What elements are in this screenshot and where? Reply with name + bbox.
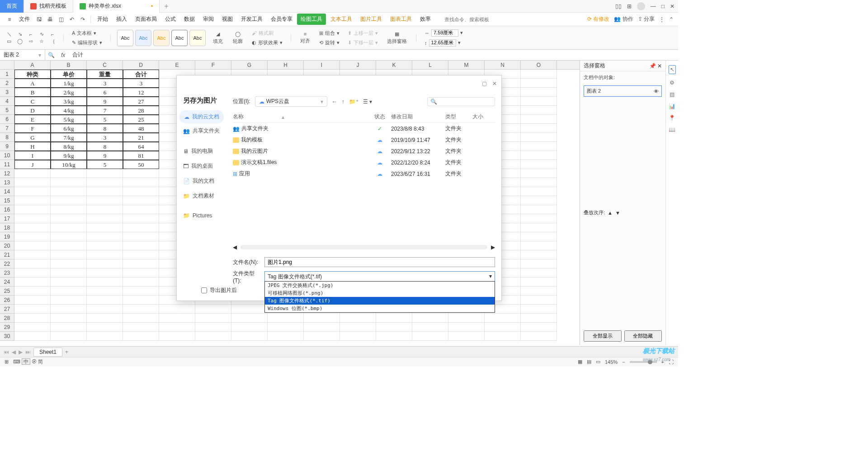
cell[interactable] [521, 287, 557, 296]
row-header[interactable]: 4 [0, 97, 14, 106]
export-after-checkbox[interactable] [201, 287, 207, 293]
name-box[interactable]: 图表 2▾ [0, 50, 45, 60]
menu-layout[interactable]: 页面布局 [132, 14, 160, 25]
cell[interactable]: C [14, 97, 51, 106]
cell[interactable] [51, 323, 87, 332]
cell[interactable] [123, 241, 159, 250]
zoom-out-icon[interactable]: − [622, 359, 625, 365]
cell[interactable] [521, 178, 557, 187]
col-type[interactable]: 类型 [445, 113, 472, 121]
cell[interactable]: 单价 [51, 70, 87, 79]
cell[interactable] [376, 314, 412, 323]
cell[interactable] [87, 305, 123, 314]
cell[interactable] [87, 323, 123, 332]
col-date[interactable]: 修改日期 [391, 113, 445, 121]
nav-back-icon[interactable]: ← [332, 99, 337, 105]
cell[interactable] [376, 332, 412, 341]
cell[interactable] [448, 332, 485, 341]
align-btn[interactable]: ≡对齐 [297, 31, 313, 44]
selectpane-btn[interactable]: ▦选择窗格 [384, 31, 410, 45]
cell[interactable] [87, 205, 123, 214]
menu-draw[interactable]: 绘图工具 [297, 14, 326, 25]
cursor-icon[interactable]: ↖ [669, 65, 676, 74]
sheet-nav-first[interactable]: ⏮ [4, 349, 9, 355]
cell[interactable] [521, 250, 557, 259]
brace-shape[interactable]: ｛ [48, 38, 57, 45]
cell[interactable] [14, 250, 51, 259]
cell[interactable] [412, 314, 448, 323]
order-up-icon[interactable]: ▲ [608, 210, 613, 216]
cell[interactable]: 81 [123, 151, 159, 160]
row-header[interactable]: 27 [0, 305, 14, 314]
row-header[interactable]: 30 [0, 332, 14, 341]
cell[interactable]: 50 [123, 160, 159, 169]
cell[interactable] [14, 232, 51, 241]
sheet-nav-next[interactable]: ▶ [19, 349, 23, 355]
avatar-icon[interactable] [637, 2, 645, 10]
cell[interactable] [123, 287, 159, 296]
rotate-btn[interactable]: ⟲ 旋转 ▾ [317, 38, 341, 47]
cell[interactable] [376, 323, 412, 332]
cell[interactable] [123, 323, 159, 332]
menu-efficiency[interactable]: 效率 [416, 14, 434, 25]
cell[interactable] [51, 296, 87, 305]
cell[interactable] [340, 314, 376, 323]
cell[interactable] [123, 169, 159, 178]
cell[interactable] [123, 223, 159, 232]
cell[interactable]: 28 [123, 106, 159, 115]
cell[interactable] [123, 332, 159, 341]
cell[interactable]: 2/kg [51, 88, 87, 97]
cell[interactable] [14, 223, 51, 232]
cell[interactable]: 5 [87, 160, 123, 169]
menu-text[interactable]: 文本工具 [327, 14, 356, 25]
row-header[interactable]: 15 [0, 196, 14, 205]
cell[interactable] [521, 133, 557, 142]
view-page-icon[interactable]: ▤ [587, 359, 591, 365]
sheet-nav-prev[interactable]: ◀ [12, 349, 16, 355]
filename-input[interactable] [264, 257, 495, 267]
side-desktop[interactable]: 🗔我的桌面 [177, 159, 226, 174]
cell[interactable]: 重量 [87, 70, 123, 79]
close-pane-icon[interactable]: ✕ [657, 63, 662, 69]
cell[interactable] [123, 214, 159, 223]
cell[interactable] [521, 169, 557, 178]
cell[interactable]: 12 [123, 88, 159, 97]
cell[interactable]: G [14, 133, 51, 142]
cell[interactable]: 8 [87, 142, 123, 151]
cell[interactable]: 8/kg [51, 142, 87, 151]
cell[interactable] [51, 241, 87, 250]
cell[interactable] [87, 296, 123, 305]
cell[interactable]: 27 [123, 97, 159, 106]
rect-shape[interactable]: ▭ [5, 38, 14, 45]
side-share[interactable]: 👥共享文件夹 [177, 123, 226, 138]
side-cloud[interactable]: ☁我的云文档 [179, 110, 224, 123]
cell[interactable] [51, 196, 87, 205]
loc-combo[interactable]: ☁WPS云盘▾ [255, 96, 327, 107]
row-header[interactable]: 22 [0, 259, 14, 268]
row-header[interactable]: 12 [0, 169, 14, 178]
layers-icon[interactable]: ▤ [670, 91, 675, 98]
cell[interactable] [123, 196, 159, 205]
menu-formula[interactable]: 公式 [161, 14, 179, 25]
row-header[interactable]: 21 [0, 250, 14, 259]
file-row[interactable]: ⊞应用☁2023/6/27 16:31文件夹 [233, 168, 495, 179]
connector2-shape[interactable]: ⌐ [48, 31, 57, 38]
row-header[interactable]: 26 [0, 296, 14, 305]
row-header[interactable]: 18 [0, 223, 14, 232]
cell[interactable] [231, 305, 268, 314]
fx-content[interactable]: 合计 [69, 51, 87, 59]
filetype-option[interactable]: Tag 图像文件格式(*.tif) [265, 297, 495, 305]
cell[interactable]: 7/kg [51, 133, 87, 142]
cell[interactable] [485, 323, 521, 332]
settings-icon[interactable]: ⚙ [670, 80, 675, 86]
format-painter-btn[interactable]: 🖌 格式刷 [250, 29, 284, 38]
col-name[interactable]: 名称 ▴ [233, 113, 368, 121]
tab-file[interactable]: 种类单价.xlsx • [73, 0, 160, 13]
cell[interactable] [521, 160, 557, 169]
oval-shape[interactable]: ◯ [15, 38, 24, 45]
cell[interactable] [521, 305, 557, 314]
side-docs[interactable]: 📄我的文档 [177, 174, 226, 188]
cell[interactable] [87, 187, 123, 196]
sheet-nav-last[interactable]: ⏭ [25, 349, 31, 355]
cell[interactable]: 9 [87, 151, 123, 160]
